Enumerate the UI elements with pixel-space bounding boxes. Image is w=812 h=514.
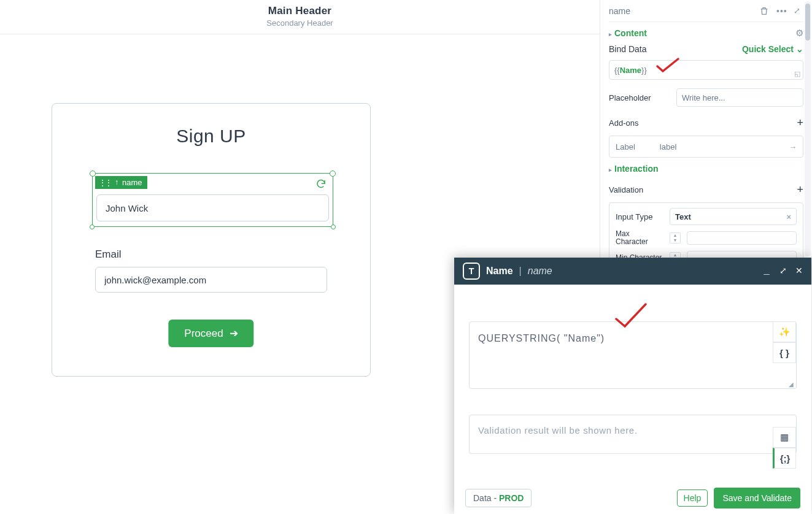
save-validate-button[interactable]: Save and Validate xyxy=(714,488,800,508)
quick-select-button[interactable]: Quick Select ⌄ xyxy=(742,44,803,54)
table-view-button[interactable]: ▦ xyxy=(773,427,796,448)
max-character-label: Max Character xyxy=(616,230,663,246)
max-char-input[interactable] xyxy=(687,231,797,245)
addon-label-row[interactable]: Label label → xyxy=(609,136,803,158)
form-card: Sign UP ⋮⋮ ↑ name Email Proceed ➔ xyxy=(52,103,371,377)
addon-label-key: Label xyxy=(616,142,635,152)
section-content-title[interactable]: ▸Content xyxy=(609,22,647,39)
clear-icon[interactable]: × xyxy=(786,212,791,221)
data-env-badge[interactable]: Data - PROD xyxy=(465,489,532,507)
formula-editor-panel: T Name | name ＿ ⤢ ✕ QUERYSTRING( "Name")… xyxy=(454,258,811,514)
proceed-label: Proceed xyxy=(184,328,223,340)
resize-handle-icon[interactable]: ◢ xyxy=(789,381,795,387)
drag-handle-icon[interactable]: ⋮⋮ xyxy=(99,178,111,187)
placeholder-label: Placeholder xyxy=(609,93,670,102)
bind-data-label: Bind Data xyxy=(609,44,646,54)
input-type-select[interactable]: Text × xyxy=(670,208,797,225)
formula-code-input[interactable]: QUERYSTRING( "Name") ◢ xyxy=(469,321,797,389)
gear-icon[interactable]: ⚙ xyxy=(795,28,803,39)
component-name-text: name xyxy=(609,6,630,16)
formula-titlebar[interactable]: T Name | name ＿ ⤢ ✕ xyxy=(454,258,811,285)
json-view-button[interactable]: {;} xyxy=(773,448,796,469)
magic-tool-button[interactable]: ✨ xyxy=(773,321,796,342)
selection-tag-label: name xyxy=(122,178,142,187)
add-addon-button[interactable]: + xyxy=(797,117,803,129)
more-icon[interactable]: ••• xyxy=(776,6,786,16)
maximize-icon[interactable]: ⤢ xyxy=(779,266,787,277)
text-type-icon: T xyxy=(463,263,480,280)
add-validation-button[interactable]: + xyxy=(797,183,803,196)
formula-title-name: Name xyxy=(486,266,513,277)
delete-icon[interactable] xyxy=(759,6,769,16)
main-header-text: Main Header xyxy=(0,5,600,17)
selected-control-name[interactable]: ⋮⋮ ↑ name xyxy=(92,173,333,227)
placeholder-input[interactable] xyxy=(676,88,803,107)
expand-corner-icon[interactable]: ◱ xyxy=(794,70,800,78)
help-button[interactable]: Help xyxy=(677,489,708,507)
name-input[interactable] xyxy=(96,194,329,221)
validation-label: Validation xyxy=(609,185,643,194)
email-field-block: Email xyxy=(95,248,327,293)
formula-title-sub: name xyxy=(528,266,552,277)
arrow-right-icon: ➔ xyxy=(230,327,238,340)
chevron-down-icon: ⌄ xyxy=(796,44,803,54)
refresh-icon[interactable] xyxy=(315,178,327,190)
section-interaction-title[interactable]: ▸Interaction xyxy=(609,158,803,175)
validation-result-box: Validation result will be shown here. xyxy=(469,415,797,454)
email-input[interactable] xyxy=(95,267,327,293)
form-title: Sign UP xyxy=(52,126,370,147)
email-label: Email xyxy=(95,248,327,261)
input-type-label: Input Type xyxy=(616,212,663,221)
secondary-header-text: Secondary Header xyxy=(0,18,600,28)
bind-expression-input[interactable]: {{Name}} ◱ xyxy=(609,60,803,80)
proceed-button[interactable]: Proceed ➔ xyxy=(168,320,253,347)
arrow-up-icon[interactable]: ↑ xyxy=(115,178,118,186)
braces-tool-button[interactable]: { } xyxy=(773,342,796,363)
selection-tag[interactable]: ⋮⋮ ↑ name xyxy=(95,176,147,189)
arrow-right-icon: → xyxy=(789,142,797,152)
page-header: Main Header Secondary Header xyxy=(0,0,600,34)
expand-icon[interactable]: ⤢ xyxy=(794,6,803,16)
close-icon[interactable]: ✕ xyxy=(795,266,803,277)
max-char-spinner[interactable]: ▴▾ xyxy=(670,232,681,244)
addons-label: Add-ons xyxy=(609,118,638,128)
minimize-icon[interactable]: ＿ xyxy=(762,266,771,277)
addon-label-value: label xyxy=(635,142,789,152)
